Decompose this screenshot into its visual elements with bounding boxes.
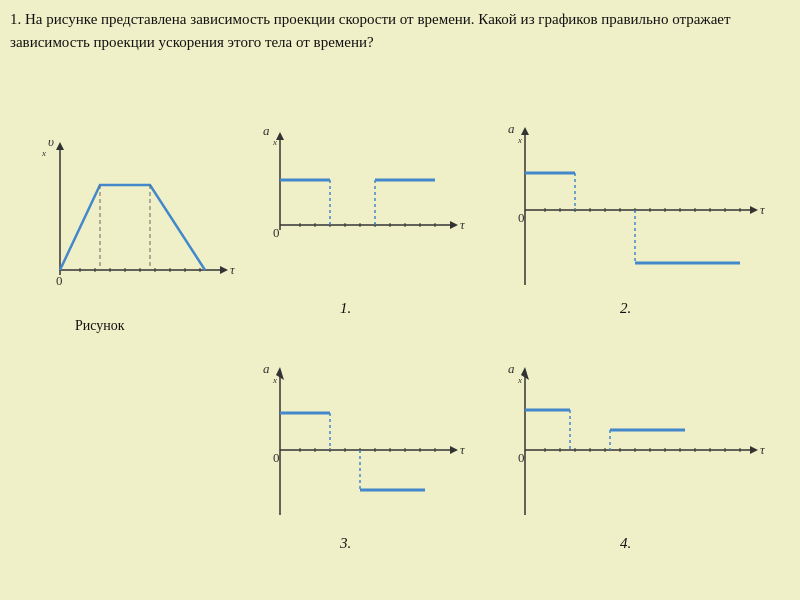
svg-marker-44 <box>521 127 529 135</box>
svg-text:x: x <box>517 135 522 145</box>
graph1-label: 1. <box>340 300 351 317</box>
svg-text:x: x <box>272 375 277 385</box>
svg-text:x: x <box>272 137 277 147</box>
svg-text:υ: υ <box>48 134 54 149</box>
svg-text:τ: τ <box>460 217 466 232</box>
graph2: τ a x 0 <box>490 115 780 295</box>
svg-text:τ: τ <box>760 442 766 457</box>
question-text: 1. На рисунке представлена зависимость п… <box>10 8 790 53</box>
svg-marker-43 <box>750 206 758 214</box>
svg-text:0: 0 <box>56 273 63 288</box>
svg-text:τ: τ <box>230 262 236 277</box>
svg-marker-3 <box>56 142 64 150</box>
svg-text:a: a <box>508 121 515 136</box>
main-graph-label: Рисунок <box>75 318 125 334</box>
svg-text:τ: τ <box>460 442 466 457</box>
graph4: τ a x 0 <box>490 355 780 535</box>
svg-text:0: 0 <box>518 450 525 465</box>
svg-text:0: 0 <box>273 225 280 240</box>
main-graph: τ υ x 0 <box>20 130 240 310</box>
svg-marker-21 <box>450 221 458 229</box>
graph3: τ a x 0 <box>245 355 475 535</box>
graph1: τ a x 0 <box>245 115 475 295</box>
svg-text:a: a <box>508 361 515 376</box>
graph3-label: 3. <box>340 535 351 552</box>
svg-marker-22 <box>276 132 284 140</box>
svg-marker-91 <box>750 446 758 454</box>
svg-text:a: a <box>263 123 270 138</box>
graph2-label: 2. <box>620 300 631 317</box>
graph4-label: 4. <box>620 535 631 552</box>
svg-text:x: x <box>517 375 522 385</box>
svg-text:x: x <box>41 148 46 158</box>
svg-text:0: 0 <box>273 450 280 465</box>
svg-marker-2 <box>220 266 228 274</box>
svg-text:0: 0 <box>518 210 525 225</box>
svg-text:a: a <box>263 361 270 376</box>
svg-text:τ: τ <box>760 202 766 217</box>
svg-marker-69 <box>450 446 458 454</box>
